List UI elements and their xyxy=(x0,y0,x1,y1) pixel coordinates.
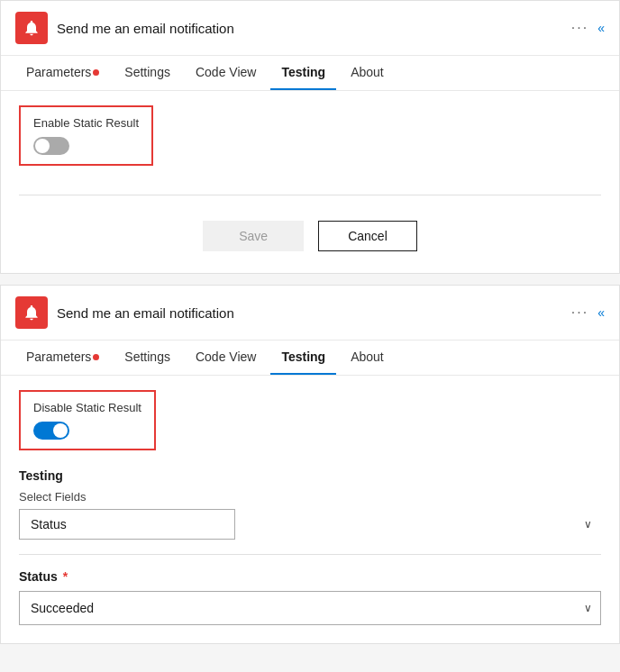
enable-static-result-toggle[interactable] xyxy=(33,137,69,155)
panel-2-header-right: ··· « xyxy=(571,304,605,321)
panel-1-title: Send me an email notification xyxy=(57,21,234,36)
bell-icon-2 xyxy=(15,296,48,329)
tab-parameters-1[interactable]: Parameters xyxy=(15,56,110,90)
panel-1-header-right: ··· « xyxy=(571,20,605,36)
tab-code-view-2[interactable]: Code View xyxy=(185,341,267,375)
panel-2-body: Disable Static Result Testing Select Fie… xyxy=(1,376,619,643)
static-result-label-2: Disable Static Result xyxy=(33,401,141,414)
tab-code-view-1[interactable]: Code View xyxy=(185,56,267,90)
panel-2-header: Send me an email notification ··· « xyxy=(1,286,619,341)
more-options-icon[interactable]: ··· xyxy=(571,20,588,36)
toggle-wrap-1 xyxy=(33,137,139,155)
panel-1-body: Enable Static Result Save Cancel xyxy=(1,91,619,273)
status-select-wrap: Succeeded Failed TimedOut Skipped xyxy=(19,591,601,625)
status-section-label: Status * xyxy=(19,569,601,584)
select-fields-dropdown[interactable]: Status Body Subject xyxy=(19,509,235,540)
tab-about-2[interactable]: About xyxy=(340,341,395,375)
panel-2-title: Send me an email notification xyxy=(57,305,234,321)
select-fields-wrap: Status Body Subject xyxy=(19,509,601,540)
static-result-box-1: Enable Static Result xyxy=(19,105,153,166)
toggle-slider-1 xyxy=(33,137,69,155)
more-options-icon-2[interactable]: ··· xyxy=(571,304,588,321)
tab-settings-2[interactable]: Settings xyxy=(114,341,181,375)
testing-section: Testing Select Fields Status Body Subjec… xyxy=(19,468,601,540)
panel-2: Send me an email notification ··· « Para… xyxy=(0,285,620,644)
testing-section-title: Testing xyxy=(19,468,601,483)
panel-1: Send me an email notification ··· « Para… xyxy=(0,0,620,274)
static-result-box-2: Disable Static Result xyxy=(19,390,156,450)
tab-testing-1[interactable]: Testing xyxy=(270,56,336,90)
collapse-icon[interactable]: « xyxy=(597,21,605,35)
panel-1-tabs: Parameters Settings Code View Testing Ab… xyxy=(1,56,619,91)
toggle-wrap-2 xyxy=(33,422,141,440)
params-dot-2 xyxy=(93,354,99,360)
required-star: * xyxy=(59,569,68,584)
save-button-1[interactable]: Save xyxy=(203,221,304,251)
panel-2-header-left: Send me an email notification xyxy=(15,296,234,329)
collapse-icon-2[interactable]: « xyxy=(597,305,605,320)
cancel-button-1[interactable]: Cancel xyxy=(318,221,417,251)
divider-1 xyxy=(19,195,601,195)
tab-testing-2[interactable]: Testing xyxy=(270,341,336,375)
bell-icon xyxy=(15,12,48,44)
divider-2 xyxy=(19,554,601,555)
panel-2-tabs: Parameters Settings Code View Testing Ab… xyxy=(1,341,619,376)
status-dropdown[interactable]: Succeeded Failed TimedOut Skipped xyxy=(19,591,601,625)
panel-1-header-left: Send me an email notification xyxy=(15,12,234,44)
tab-parameters-2[interactable]: Parameters xyxy=(15,341,110,375)
select-fields-label: Select Fields xyxy=(19,490,601,504)
static-result-label-1: Enable Static Result xyxy=(33,116,139,130)
tab-about-1[interactable]: About xyxy=(340,56,395,90)
disable-static-result-toggle[interactable] xyxy=(33,422,69,440)
tab-settings-1[interactable]: Settings xyxy=(114,56,181,90)
toggle-slider-2 xyxy=(33,422,69,440)
panel-1-header: Send me an email notification ··· « xyxy=(1,1,619,56)
action-buttons-1: Save Cancel xyxy=(19,210,601,255)
params-dot-1 xyxy=(93,69,99,76)
